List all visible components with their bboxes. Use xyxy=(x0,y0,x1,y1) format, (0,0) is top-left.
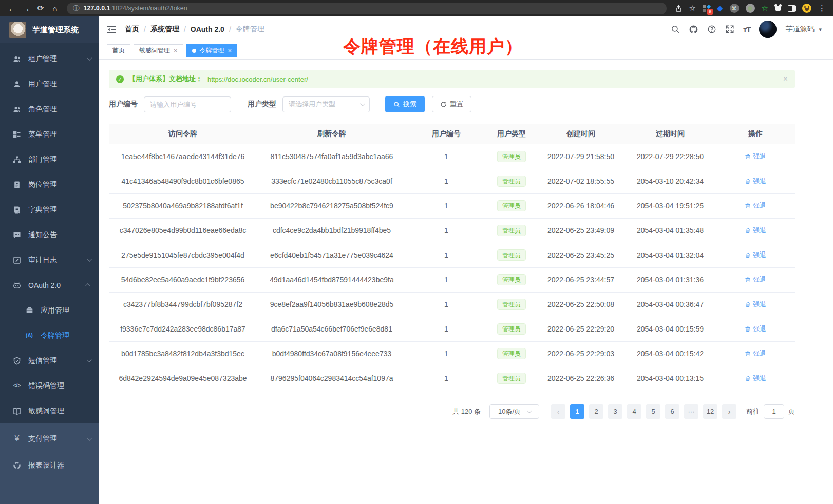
sidebar-item-sms[interactable]: 短信管理 xyxy=(0,348,99,373)
extension-grid-icon[interactable]: 9 xyxy=(703,5,710,12)
id-badge-icon xyxy=(12,181,22,189)
browser-back-button[interactable]: ← xyxy=(5,2,18,15)
user-type-badge: 管理员 xyxy=(497,249,526,261)
command-extension-icon[interactable]: ⌘ xyxy=(730,4,739,13)
github-icon[interactable] xyxy=(689,25,698,34)
table-row: 502375b8040a469a9b82188afdf6af1f be90422… xyxy=(109,193,795,218)
url-path: :1024/system/oauth2/token xyxy=(110,5,187,12)
sidebar-item-dept[interactable]: 部门管理 xyxy=(0,147,99,172)
force-logout-button[interactable]: 强退 xyxy=(745,201,766,210)
star-extension-icon[interactable]: ☆ xyxy=(762,4,768,13)
user-id-label: 用户编号 xyxy=(109,100,138,109)
bear-extension-icon[interactable] xyxy=(775,6,781,11)
sidebar-item-errcode[interactable]: </> 错误码管理 xyxy=(0,373,99,398)
force-logout-button[interactable]: 强退 xyxy=(745,349,766,358)
sidebar-item-menu[interactable]: 菜单管理 xyxy=(0,122,99,147)
font-size-icon[interactable]: тT xyxy=(743,25,751,34)
sidebar-item-oauth-app[interactable]: 应用管理 xyxy=(0,298,99,323)
goto-page-input[interactable] xyxy=(764,404,784,419)
sidebar-item-post[interactable]: 岗位管理 xyxy=(0,172,99,197)
search-button[interactable]: 搜索 xyxy=(385,96,425,112)
sidebar-item-user[interactable]: 用户管理 xyxy=(0,71,99,96)
sidebar-item-oauth-token[interactable]: (A) 令牌管理 xyxy=(0,323,99,348)
force-logout-button[interactable]: 强退 xyxy=(745,177,766,186)
sidebar-logo[interactable]: 芋道管理系统 xyxy=(0,16,99,43)
page-button[interactable]: 4 xyxy=(627,404,641,419)
cell-actions: 强退 xyxy=(716,366,795,391)
search-icon[interactable] xyxy=(671,25,680,34)
sidebar-item-report[interactable]: 报表设计器 xyxy=(0,452,99,479)
tab-sensitive-words[interactable]: 敏感词管理× xyxy=(134,44,183,57)
page-button[interactable]: 2 xyxy=(589,404,603,419)
fullscreen-icon[interactable] xyxy=(725,25,734,34)
sidebar-item-audit[interactable]: 审计日志 xyxy=(0,247,99,273)
force-logout-button[interactable]: 强退 xyxy=(745,374,766,383)
page-button[interactable]: 12 xyxy=(703,404,717,419)
cell-actions: 强退 xyxy=(716,317,795,341)
chevron-down-icon xyxy=(527,408,532,413)
browser-forward-button[interactable]: → xyxy=(20,2,33,15)
cell-actions: 强退 xyxy=(716,243,795,267)
alert-text: 【用户体系】文档地址： xyxy=(129,74,202,84)
user-id-input[interactable] xyxy=(144,96,231,112)
force-logout-button[interactable]: 强退 xyxy=(745,324,766,334)
next-page-button[interactable]: › xyxy=(722,404,736,419)
breadcrumb: 首页 / 系统管理 / OAuth 2.0 / 令牌管理 xyxy=(125,25,264,34)
help-icon[interactable] xyxy=(707,25,716,34)
browser-reload-button[interactable]: ⟳ xyxy=(34,2,47,15)
tab-token-management[interactable]: 令牌管理× xyxy=(186,44,238,57)
sidebar-item-oauth[interactable]: OAuth 2.0 xyxy=(0,273,99,298)
user-type-select[interactable]: 请选择用户类型 xyxy=(282,96,370,112)
site-info-icon[interactable]: ⓘ xyxy=(73,4,80,13)
avatar[interactable] xyxy=(759,21,777,38)
address-bar[interactable]: ⓘ 127.0.0.1:1024/system/oauth2/token xyxy=(67,3,667,14)
sidebar-item-sensitive[interactable]: 敏感词管理 xyxy=(0,398,99,423)
share-icon[interactable] xyxy=(675,5,683,12)
breadcrumb-oauth[interactable]: OAuth 2.0 xyxy=(191,25,224,33)
sidebar-item-pay[interactable]: ¥ 支付管理 xyxy=(0,425,99,452)
cell-created-time: 2022-06-25 22:26:36 xyxy=(537,366,624,391)
sidebar-collapse-icon[interactable] xyxy=(107,25,117,34)
chevron-down-icon xyxy=(360,101,365,106)
force-logout-button[interactable]: 强退 xyxy=(745,300,766,309)
bookmark-star-icon[interactable]: ☆ xyxy=(689,2,696,15)
page-button[interactable]: 5 xyxy=(646,404,660,419)
force-logout-button[interactable]: 强退 xyxy=(745,226,766,235)
reset-button[interactable]: 重置 xyxy=(432,96,471,112)
cell-user-type: 管理员 xyxy=(486,341,537,366)
caret-down-icon[interactable]: ▾ xyxy=(819,26,822,33)
force-logout-button[interactable]: 强退 xyxy=(745,275,766,284)
emoji-extension-icon[interactable] xyxy=(802,4,811,13)
sidebar-item-tenant[interactable]: 租户管理 xyxy=(0,46,99,71)
goto-suffix: 页 xyxy=(788,407,795,416)
tab-home[interactable]: 首页 xyxy=(107,44,130,57)
user-type-placeholder: 请选择用户类型 xyxy=(289,100,335,109)
page-size-select[interactable]: 10条/页 xyxy=(489,404,539,419)
doc-link[interactable]: https://doc.iocoder.cn/user-center/ xyxy=(207,75,308,83)
user-type-label: 用户类型 xyxy=(248,100,276,109)
force-logout-button[interactable]: 强退 xyxy=(745,152,766,161)
user-type-badge: 管理员 xyxy=(497,373,526,384)
page-button[interactable]: 3 xyxy=(608,404,622,419)
username[interactable]: 芋道源码 xyxy=(785,25,814,34)
sidebar-item-role[interactable]: 角色管理 xyxy=(0,96,99,122)
browser-home-button[interactable]: ⌂ xyxy=(48,2,62,15)
breadcrumb-home[interactable]: 首页 xyxy=(125,25,139,34)
sidebar-item-dict[interactable]: 字典管理 xyxy=(0,197,99,222)
dot-extension-icon[interactable] xyxy=(746,4,755,13)
alert-close-icon[interactable]: × xyxy=(783,74,788,84)
page-button[interactable]: 6 xyxy=(665,404,679,419)
page-ellipsis-button[interactable]: ··· xyxy=(684,404,698,419)
close-icon[interactable]: × xyxy=(174,47,178,54)
table-row: 275e5de9151045fe87cbdc395e004f4d e6cfd40… xyxy=(109,243,795,267)
tenants-icon xyxy=(12,55,22,63)
prev-page-button[interactable]: ‹ xyxy=(551,404,565,419)
side-panel-icon[interactable] xyxy=(788,5,796,12)
gem-extension-icon[interactable]: ◆ xyxy=(717,4,723,13)
force-logout-button[interactable]: 强退 xyxy=(745,250,766,260)
close-icon[interactable]: × xyxy=(228,47,232,54)
browser-menu-icon[interactable]: ⋮ xyxy=(818,4,826,13)
sidebar-item-notice[interactable]: 通知公告 xyxy=(0,222,99,247)
page-button[interactable]: 1 xyxy=(570,404,584,419)
breadcrumb-system[interactable]: 系统管理 xyxy=(150,25,179,34)
